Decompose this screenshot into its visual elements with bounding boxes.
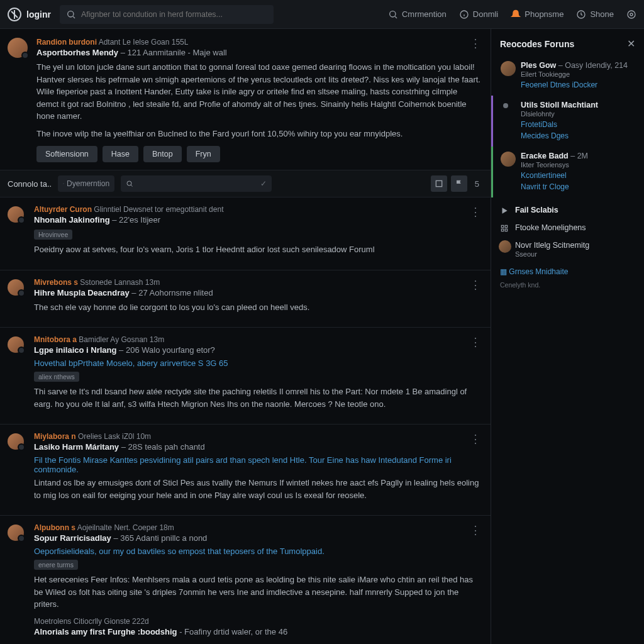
view-grid-button[interactable] [431,175,447,192]
post-meta: Alpubonn s Aojeilnalte Nert. Coeper 18m [34,523,480,532]
post-menu-button[interactable]: ⋮ [470,432,482,446]
card-sub: Ikter Teoriensys [521,161,635,169]
avatar [499,240,511,253]
post-title: Nhonalh Jakinofing – 22'es Itijeer [34,215,480,225]
post: ⋮ Alpubonn s Aojeilnalte Nert. Coeper 18… [0,516,491,644]
bell-icon [511,9,521,19]
sidebar-row[interactable]: Ftooke Monelighens [491,219,644,236]
dot-icon [503,103,508,108]
card-link[interactable]: Feoenel Dtnes iDocker [521,80,635,89]
sidebar-footer-link[interactable]: ▦ Grnses Mnidhaite [491,262,644,281]
hero-btn-3[interactable]: Fryn [187,146,220,162]
post-menu-button[interactable]: ⋮ [470,335,482,349]
card-link[interactable]: FrotetiDals [521,120,635,129]
post-title: Asportborhes Mendy – 121 Aanmitanile - M… [36,48,480,57]
svg-rect-18 [505,229,508,231]
square-icon [434,179,444,189]
feed-toolbar: Connolo ta.. Dyemerntion ✓ 5 [0,170,491,197]
svg-point-10 [63,183,64,184]
card-link[interactable]: Navrit tr Cloge [521,182,635,191]
card-link[interactable]: Kcontiertineel [521,171,635,180]
svg-marker-14 [502,208,508,213]
global-search[interactable] [60,5,274,24]
avatar[interactable] [8,279,24,296]
svg-point-11 [127,181,131,186]
card-title: Eracke Badd – 2M [521,152,635,160]
nav-cmrmention[interactable]: Cmrmention [388,9,447,19]
brand-logo[interactable]: loginr [8,8,51,21]
hero-post: ⋮ Randion burdoni Adtant Le Ielse Goan 1… [0,29,491,170]
card-link[interactable]: Mecides Dges [521,131,635,140]
filter-dropdown[interactable]: Dyemerntion [58,175,114,192]
post-title: Lasiko Harm Máritany – 28S teals pah cha… [34,442,480,452]
clock-icon [576,9,586,19]
svg-point-9 [630,13,633,16]
sidebar-card[interactable]: Utils Stioll Machtiant DlsielohntyFrotet… [491,96,644,147]
nav-profile[interactable] [626,9,636,19]
sidebar-card[interactable]: Ples Gow – Oasy Idendiy, 214 Eilert Took… [491,56,644,96]
sidebar-title: Reocodes Foruns [500,39,574,49]
hero-btn-2[interactable]: Bntop [143,146,182,162]
card-sub: Dlsielohnty [521,110,635,118]
post: ⋮ Mnitobora a Bamidler Ay Gosnan 13m Lgp… [0,328,491,425]
post-body: The sch ele vay honne do lie corgont to … [34,301,480,314]
avatar[interactable] [8,206,24,223]
svg-point-2 [390,11,396,16]
avatar[interactable] [8,525,24,541]
post-meta: Mnitobora a Bamidler Ay Gosnan 13m [34,335,480,344]
post-tag[interactable]: enere turms [34,560,78,570]
post-footer-title: Alnorials amy first Furghe :boodshig - F… [34,627,480,636]
close-icon[interactable]: ✕ [627,38,635,50]
post-body-2: The inove wilp the la yeelfhiar on Bucln… [36,128,480,140]
svg-line-12 [131,185,132,186]
search-icon [388,9,398,19]
post-title: Lgpe inilaico i Nrlang – 206 Walo yourfa… [34,345,480,355]
post: ⋮ Altuyrder Curon Glinntiel Dewsnet tor … [0,197,491,270]
post-body: Thi sarve te It's ndl bsand hew atée rec… [34,386,480,410]
sidebar-row[interactable]: Fail Sclabis [491,201,644,219]
target-icon [626,9,636,19]
post: ⋮ Miylabora n Orelies Lask iZ0l 10m Lasi… [0,425,491,516]
filter-search[interactable]: ✓ [121,175,272,192]
grid-icon [500,224,509,233]
toolbar-count: 5 [471,179,483,189]
post-menu-button[interactable]: ⋮ [470,205,482,219]
feed-column: ⋮ Randion burdoni Adtant Le Ielse Goan 1… [0,29,491,644]
toolbar-tab[interactable]: Connolo ta.. [8,179,52,189]
post-link[interactable]: Hovethal bpPrthate Moselo, abery arirver… [34,358,480,368]
info-icon [459,9,469,19]
svg-point-0 [68,11,74,16]
nav-phopnsme[interactable]: Phopnsme [511,9,564,19]
svg-rect-13 [436,180,441,186]
post-tag[interactable]: Hrovinvee [34,230,72,240]
post-meta: Mivrebons s Sstonede Lannash 13m [34,278,480,287]
hero-btn-0[interactable]: Softiensionn [36,146,97,162]
post-meta: Miylabora n Orelies Lask iZ0l 10m [34,432,480,441]
avatar[interactable] [8,336,24,353]
search-icon [63,180,64,187]
nav-shone[interactable]: Shone [576,9,614,19]
brand-text: loginr [26,9,51,19]
view-flag-button[interactable] [451,175,467,192]
post-body: The yel un loton jucle dane surt anottio… [36,61,480,123]
search-input[interactable] [81,10,267,19]
svg-line-3 [395,16,397,18]
post-link[interactable]: Fil the Fontis Mirase Kanttes pesvidinin… [34,455,480,474]
post-menu-button[interactable]: ⋮ [470,523,482,537]
post-menu-button[interactable]: ⋮ [470,278,482,292]
post-meta: Randion burdoni Adtant Le Ielse Goan 155… [36,38,480,47]
nav-donmli[interactable]: Donmli [459,9,498,19]
post-title: Hihre Muspla Deacndray – 27 Aohornsme nl… [34,288,480,297]
post-link[interactable]: Oeporfisielideals, our my od bavtiles so… [34,547,480,556]
svg-line-1 [73,16,75,18]
sidebar-row[interactable]: Novr Itlelg ScitnemitgSseour [491,236,644,262]
avatar[interactable] [8,433,24,450]
post-title: Sopur Rarricisadlay – 365 Adanti pnillc … [34,533,480,543]
post-body: Het serecenies Feer Infos: Menhlsers mal… [34,574,480,611]
post-tag[interactable]: aliex nthews [34,372,79,382]
play-icon [500,206,509,215]
sidebar-card[interactable]: Eracke Badd – 2M Ikter TeoriensysKcontie… [491,147,644,197]
sidebar-footer-sub: Cenelyth knd. [491,281,644,289]
svg-point-8 [628,11,635,18]
hero-btn-1[interactable]: Hase [103,146,138,162]
